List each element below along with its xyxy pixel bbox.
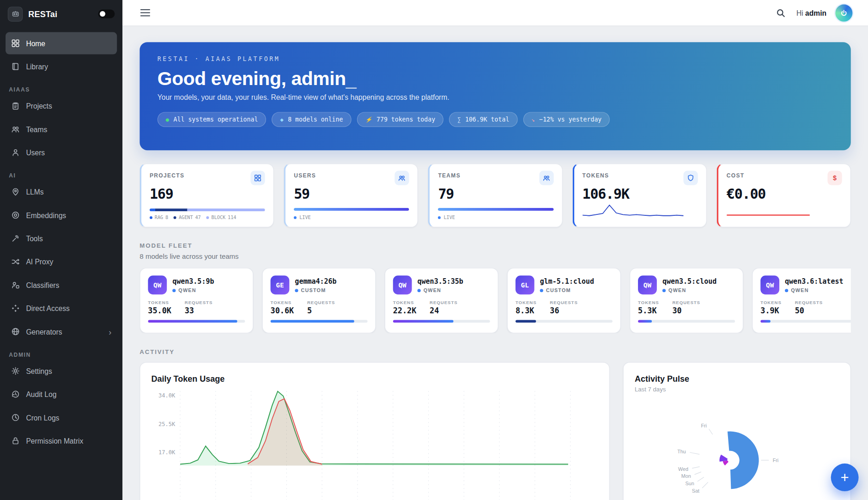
app-root: RESTai Home Library AIAAS Projects Teams: [0, 0, 868, 500]
sidebar-item-label: Permission Matrix: [26, 437, 83, 445]
model-name: glm-5.1:cloud: [540, 277, 594, 285]
vendor-dot-icon: [295, 289, 298, 292]
projects-legend: RAG 8 AGENT 47 BLOCK 114: [150, 214, 265, 220]
model-tokens: 30.6K: [271, 306, 294, 315]
sidebar-item-label: Library: [26, 62, 48, 71]
model-fleet-row: QW qwen3.5:9b QWEN TOKENS35.0K REQUESTS3…: [140, 268, 850, 334]
model-vendor-badge: QWEN: [662, 287, 716, 293]
stat-label: TEAMS: [438, 172, 461, 178]
hero-banner: RESTAI · AIAAS PLATFORM Good evening, ad…: [140, 42, 850, 150]
stat-value: 59: [294, 186, 409, 202]
projects-icon: [11, 102, 20, 110]
vendor-dot-icon: [662, 289, 666, 292]
model-vendor-badge: CUSTOM: [540, 287, 594, 293]
model-requests: 30: [672, 306, 700, 315]
model-card[interactable]: QW qwen3.5:cloud QWEN TOKENS5.3K REQUEST…: [630, 268, 743, 334]
search-button[interactable]: [774, 6, 788, 20]
sidebar-item-llms[interactable]: LLMs: [6, 181, 117, 203]
svg-text:Sun: Sun: [686, 481, 694, 486]
permission-matrix-icon: [11, 436, 20, 445]
model-usage-bar: [516, 320, 536, 323]
theme-toggle[interactable]: [98, 9, 115, 18]
model-vendor-badge: QWEN: [172, 287, 214, 293]
sidebar-item-audit-log[interactable]: Audit Log: [6, 383, 117, 405]
stat-card-tokens: TOKENS 106.9K: [572, 164, 707, 227]
tools-icon: [11, 234, 20, 243]
sidebar-item-embeddings[interactable]: Embeddings: [6, 204, 117, 226]
activity-heading: ACTIVITY: [140, 348, 850, 355]
sidebar-item-permission-matrix[interactable]: Permission Matrix: [6, 430, 117, 452]
sidebar-item-label: Tools: [26, 234, 42, 243]
app-logo-icon: [8, 6, 23, 21]
model-tokens: 22.2K: [393, 306, 417, 315]
logo-row: RESTai: [0, 0, 122, 28]
power-icon: [840, 9, 848, 17]
svg-text:25.5K: 25.5K: [158, 421, 176, 427]
sidebar-item-library[interactable]: Library: [6, 55, 117, 78]
daily-token-usage-chart: 34.0K25.5K17.0K: [152, 389, 600, 500]
vendor-dot-icon: [540, 289, 543, 292]
model-card[interactable]: GE gemma4:26b CUSTOM TOKENS30.6K REQUEST…: [262, 268, 376, 334]
add-button[interactable]: +: [831, 463, 859, 491]
model-avatar: QW: [638, 275, 657, 294]
model-name: qwen3.5:35b: [418, 277, 463, 285]
sidebar-section-aiaas: AIAAS: [9, 86, 114, 92]
ai-proxy-icon: [11, 257, 20, 266]
model-fleet-subheading: 8 models live across your teams: [140, 253, 850, 261]
teams-icon: [11, 125, 20, 134]
sidebar-item-generators[interactable]: Generators ›: [6, 321, 117, 343]
model-requests: 5: [307, 306, 335, 315]
sidebar-item-label: Cron Logs: [26, 414, 59, 422]
sigma-icon: ∑: [457, 117, 461, 122]
bolt-icon: ⚡: [365, 117, 372, 122]
activity-pulse-chart: FriThuWedMonSunSatFri: [647, 395, 819, 500]
users-bar: [294, 208, 409, 211]
sidebar-item-teams[interactable]: Teams: [6, 118, 117, 140]
cursor-glyph: _: [346, 67, 356, 89]
model-avatar: QW: [148, 275, 167, 294]
audit-log-icon: [11, 390, 20, 399]
svg-text:Wed: Wed: [678, 466, 688, 472]
model-requests: 24: [430, 306, 458, 315]
diamond-icon: ◆: [280, 117, 283, 122]
model-vendor-badge: CUSTOM: [295, 287, 336, 293]
vendor-dot-icon: [172, 289, 176, 292]
hero-eyebrow: RESTAI · AIAAS PLATFORM: [158, 55, 833, 63]
model-card[interactable]: QW qwen3.5:9b QWEN TOKENS35.0K REQUESTS3…: [140, 268, 253, 334]
chart-subtitle: Last 7 days: [635, 386, 839, 392]
sidebar-item-cron-logs[interactable]: Cron Logs: [6, 407, 117, 429]
menu-toggle-button[interactable]: [138, 6, 152, 18]
greeting-text: Hi admin: [796, 9, 826, 17]
llms-icon: [11, 188, 20, 196]
pill-vs-yesterday: ↘−12% vs yesterday: [523, 112, 610, 127]
svg-text:Thu: Thu: [677, 449, 686, 454]
model-requests: 33: [185, 306, 213, 315]
sidebar-item-label: Teams: [26, 125, 47, 134]
sidebar-item-projects[interactable]: Projects: [6, 95, 117, 117]
sidebar-item-label: Direct Access: [26, 304, 69, 312]
svg-text:Fri: Fri: [701, 423, 707, 428]
username: admin: [805, 9, 826, 17]
sidebar-item-users[interactable]: Users: [6, 141, 117, 164]
tokens-sparkline: [583, 202, 686, 220]
hero-subtitle: Your models, your data, your rules. Real…: [158, 93, 833, 102]
model-card[interactable]: QW qwen3.6:latest QWEN TOKENS3.9K REQUES…: [752, 268, 851, 334]
sidebar-item-direct-access[interactable]: Direct Access: [6, 297, 117, 319]
sidebar-item-label: AI Proxy: [26, 257, 53, 266]
stat-value: 169: [150, 186, 265, 202]
sidebar-item-settings[interactable]: Settings: [6, 360, 117, 382]
svg-text:17.0K: 17.0K: [158, 449, 176, 456]
search-icon: [776, 8, 785, 17]
user-avatar[interactable]: [835, 4, 852, 21]
sidebar-item-label: Users: [26, 148, 45, 157]
teams-bar: [438, 208, 553, 211]
sidebar-item-tools[interactable]: Tools: [6, 227, 117, 250]
library-icon: [11, 62, 20, 71]
sidebar-item-ai-proxy[interactable]: AI Proxy: [6, 250, 117, 273]
model-card[interactable]: QW qwen3.5:35b QWEN TOKENS22.2K REQUESTS…: [385, 268, 498, 334]
model-name: gemma4:26b: [295, 277, 336, 285]
sidebar-item-home[interactable]: Home: [6, 32, 117, 55]
sidebar-item-classifiers[interactable]: Classifiers: [6, 274, 117, 296]
stat-value: 106.9K: [583, 186, 698, 202]
model-card[interactable]: GL glm-5.1:cloud CUSTOM TOKENS8.3K REQUE…: [507, 268, 621, 334]
